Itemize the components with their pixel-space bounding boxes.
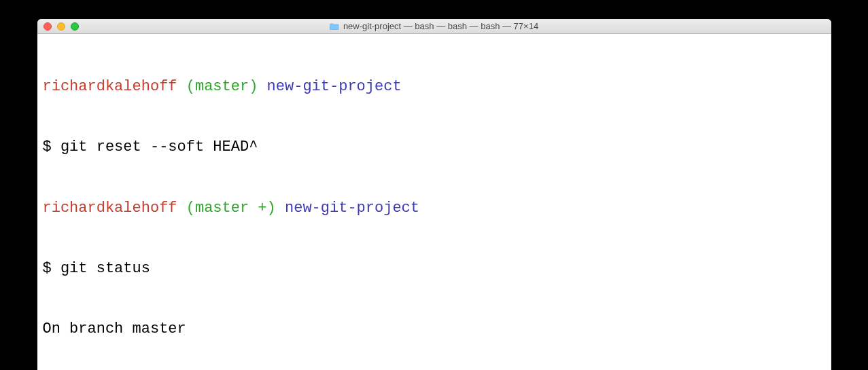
prompt-user: richardkalehoff xyxy=(43,200,177,217)
prompt-project: new-git-project xyxy=(285,200,419,217)
command-line-1: $ git reset --soft HEAD^ xyxy=(43,137,826,158)
output-on-branch: On branch master xyxy=(43,319,826,339)
terminal-window: new-git-project — bash — bash — bash — 7… xyxy=(37,19,831,370)
close-icon[interactable] xyxy=(44,22,52,31)
folder-icon xyxy=(330,22,339,30)
prompt-symbol: $ xyxy=(43,260,52,277)
prompt-line-1: richardkalehoff (master) new-git-project xyxy=(43,77,826,97)
prompt-user: richardkalehoff xyxy=(43,78,177,95)
window-title: new-git-project — bash — bash — bash — 7… xyxy=(37,21,831,31)
command-reset: git reset --soft HEAD^ xyxy=(60,138,258,155)
command-line-2: $ git status xyxy=(43,259,826,279)
titlebar[interactable]: new-git-project — bash — bash — bash — 7… xyxy=(37,19,831,34)
prompt-project: new-git-project xyxy=(267,78,402,95)
command-status: git status xyxy=(60,260,150,277)
prompt-branch: (master) xyxy=(186,78,258,95)
prompt-line-2: richardkalehoff (master +) new-git-proje… xyxy=(43,198,826,219)
traffic-lights xyxy=(37,22,79,31)
prompt-symbol: $ xyxy=(43,138,52,155)
terminal-content[interactable]: richardkalehoff (master) new-git-project… xyxy=(37,34,831,370)
window-title-text: new-git-project — bash — bash — bash — 7… xyxy=(343,21,538,31)
minimize-icon[interactable] xyxy=(57,22,65,31)
maximize-icon[interactable] xyxy=(71,22,79,31)
prompt-branch: (master +) xyxy=(186,200,276,217)
